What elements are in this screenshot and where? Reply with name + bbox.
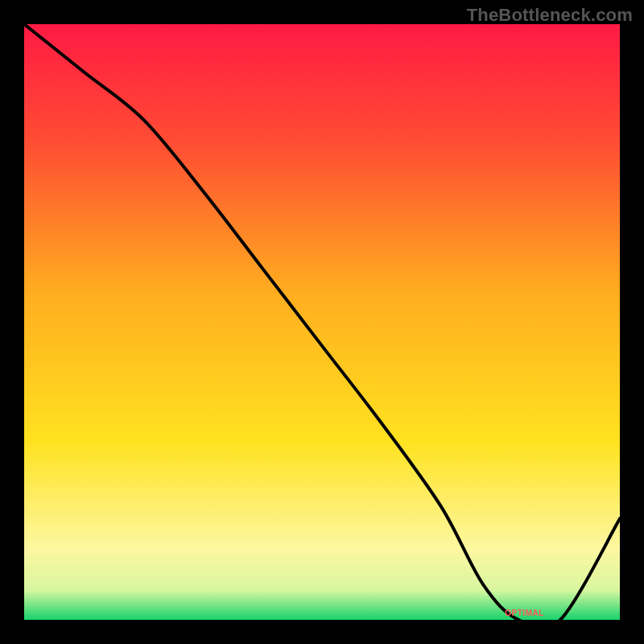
gradient-background bbox=[24, 24, 620, 620]
watermark-text: TheBottleneck.com bbox=[467, 5, 633, 26]
chart-container: TheBottleneck.com OPTIMAL bbox=[0, 0, 644, 644]
bottleneck-chart bbox=[24, 24, 620, 620]
optimal-marker: OPTIMAL bbox=[505, 609, 544, 617]
plot-frame: OPTIMAL bbox=[24, 24, 620, 620]
